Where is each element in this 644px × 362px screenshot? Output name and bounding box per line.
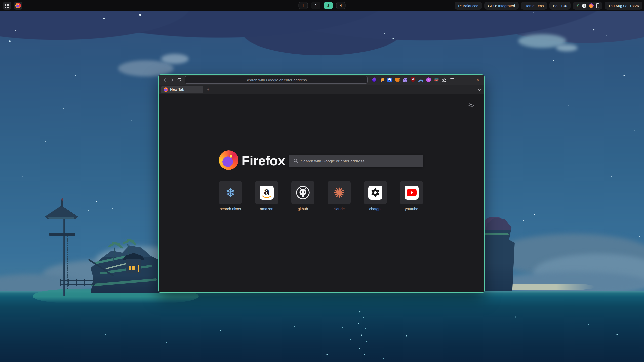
shortcut-search-nixos[interactable]: ❄ search.nixos — [219, 181, 242, 211]
minimize-icon — [459, 81, 462, 81]
dock-fence — [60, 279, 95, 290]
shortcut-github[interactable]: github — [291, 181, 314, 211]
extension-spy-button[interactable] — [433, 77, 440, 83]
watchtower-roof-edge — [48, 217, 74, 219]
power-profile-pill[interactable]: P: Balanced — [455, 2, 482, 10]
extension-swirl-button[interactable] — [379, 77, 385, 83]
shortcut-amazon[interactable]: a amazon — [255, 181, 278, 211]
new-tab-button[interactable]: + — [205, 86, 211, 93]
cloud-puff — [118, 60, 174, 76]
tab-favicon-firefox — [164, 87, 168, 92]
cloud-puff — [161, 54, 189, 64]
battery-pill[interactable]: Bat: 100 — [549, 2, 571, 10]
extension-ghostery-button[interactable] — [402, 77, 409, 83]
minimize-button[interactable] — [457, 77, 464, 83]
workspace-4-button[interactable]: 4 — [336, 2, 346, 9]
youtube-icon — [405, 186, 419, 200]
firefox-wordmark: Firefox — [242, 153, 285, 168]
hut-window — [132, 266, 135, 270]
nixos-snowflake-icon: ❄ — [226, 187, 235, 198]
bluetooth-tray-icon[interactable] — [582, 3, 587, 8]
workspace-1-button[interactable]: 1 — [299, 2, 308, 9]
puzzle-icon — [442, 77, 447, 82]
ghost-icon — [403, 78, 407, 82]
browser-toolbar: Search with Google or enter address UO — [159, 75, 484, 85]
back-icon — [164, 78, 167, 82]
shortcut-tiles: ❄ search.nixos a amazon — [219, 181, 423, 211]
watchtower-spire — [61, 200, 63, 207]
maximize-button[interactable] — [466, 77, 472, 83]
firefox-logo — [219, 150, 238, 170]
metamask-fox-icon — [395, 78, 400, 82]
workspace-2-button[interactable]: 2 — [311, 2, 320, 9]
tab-new-tab[interactable]: New Tab — [161, 86, 203, 93]
firefox-launcher-button[interactable] — [14, 2, 22, 10]
personalize-newtab-button[interactable] — [468, 103, 474, 109]
back-button[interactable] — [162, 76, 169, 83]
purple-hexagon-icon: ✳ — [426, 77, 431, 82]
ublock-shield-icon: UO — [411, 77, 415, 82]
close-icon: × — [476, 77, 479, 82]
blue-shield-lock-icon — [387, 78, 392, 82]
reload-icon — [177, 78, 181, 82]
maximize-icon — [468, 79, 470, 81]
forward-icon — [170, 78, 173, 82]
extension-purple-layers-button[interactable] — [371, 77, 377, 83]
hut-window — [129, 266, 131, 270]
clock-pill[interactable]: Thu Aug 08, 18:26 — [605, 2, 642, 10]
app-menu-button[interactable] — [449, 77, 455, 83]
purple-layers-icon — [372, 77, 377, 82]
url-bar[interactable]: Search with Google or enter address — [185, 76, 368, 84]
phone-tray-icon[interactable] — [596, 3, 599, 8]
url-bar-placeholder: Search with Google or enter address — [185, 76, 367, 83]
spy-avatar-icon — [434, 78, 439, 82]
close-button[interactable]: × — [474, 77, 481, 83]
forward-button[interactable] — [169, 76, 176, 83]
system-tray: ✂ — [573, 2, 602, 10]
scissors-tray-icon[interactable]: ✂ — [575, 4, 580, 7]
topbar-left — [3, 2, 22, 10]
newtab-search-input[interactable] — [289, 155, 423, 167]
topbar-right: P: Balanced GPU: Integrated Home: 9ms Ba… — [455, 2, 642, 10]
watchtower-platform — [49, 233, 75, 236]
desktop: 1 2 3 4 P: Balanced GPU: Integrated Home… — [0, 0, 644, 362]
workspace-3-button-active[interactable]: 3 — [324, 2, 333, 9]
extension-ublock-button[interactable]: UO — [410, 77, 416, 83]
shortcut-youtube[interactable]: youtube — [400, 181, 423, 211]
hut-window — [138, 265, 139, 272]
shortcut-chatgpt[interactable]: chatgpt — [364, 181, 387, 211]
firefox-window: Search with Google or enter address UO — [158, 74, 485, 293]
firefox-icon — [15, 3, 21, 8]
extensions-puzzle-button[interactable] — [441, 77, 448, 83]
extension-shield-lock-button[interactable] — [386, 77, 393, 83]
orange-swirl-icon — [380, 78, 384, 82]
blue-arc-icon — [418, 77, 424, 82]
app-grid-icon — [5, 4, 9, 8]
list-all-tabs-chevron-icon[interactable] — [478, 88, 481, 91]
extension-vpn-arc-button[interactable] — [418, 77, 424, 83]
text-caret — [275, 78, 275, 82]
extension-metamask-button[interactable] — [394, 77, 401, 83]
openai-knot-icon — [368, 186, 382, 200]
hamburger-icon — [450, 78, 454, 81]
gear-icon — [468, 103, 474, 108]
new-tab-page: Firefox ❄ search.nixos a — [159, 94, 484, 292]
workspace-switcher: 1 2 3 4 — [299, 2, 346, 9]
hut — [126, 259, 141, 273]
flame-orb-tray-icon[interactable] — [589, 3, 594, 8]
gpu-pill[interactable]: GPU: Integrated — [484, 2, 518, 10]
top-status-bar: 1 2 3 4 P: Balanced GPU: Integrated Home… — [0, 0, 644, 11]
amazon-icon: a — [260, 186, 274, 200]
extension-hex-asterisk-button[interactable]: ✳ — [425, 77, 432, 83]
claude-starburst-icon — [333, 187, 345, 199]
reload-button[interactable] — [176, 76, 183, 83]
shortcut-claude[interactable]: claude — [328, 181, 351, 211]
tab-strip: New Tab + — [159, 85, 484, 94]
tab-title: New Tab — [170, 87, 184, 92]
github-octocat-icon — [296, 185, 310, 200]
cloud-puff — [556, 44, 578, 51]
app-launcher-button[interactable] — [3, 2, 11, 10]
ping-pill[interactable]: Home: 9ms — [521, 2, 547, 10]
cliff-grass — [485, 233, 509, 235]
watchtower-finial — [61, 198, 63, 201]
